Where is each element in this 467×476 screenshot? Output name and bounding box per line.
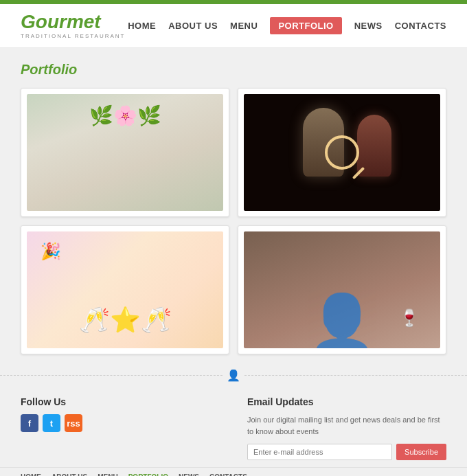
email-form: Subscribe: [247, 444, 446, 460]
portfolio-image-3: [27, 231, 223, 348]
portfolio-item-3[interactable]: [21, 225, 229, 354]
portfolio-item-1[interactable]: [21, 88, 229, 217]
nav-menu[interactable]: MENU: [230, 21, 258, 31]
nav-about[interactable]: ABOUT US: [168, 21, 218, 31]
footer-nav-news[interactable]: NEWS: [179, 473, 199, 476]
email-description: Join our digital mailing list and get ne…: [247, 414, 446, 437]
portfolio-grid: [21, 88, 446, 354]
follow-us-widget: Follow Us f t rss: [21, 396, 220, 460]
logo-text: Gourmet: [21, 12, 125, 32]
footer-nav: HOME ABOUT US MENU PORTFOLIO NEWS CONTAC…: [0, 467, 467, 476]
email-updates-widget: Email Updates Join our digital mailing l…: [247, 396, 446, 460]
divider-icon: 👤: [223, 369, 244, 382]
main-content: Portfolio: [0, 48, 467, 365]
facebook-icon[interactable]: f: [21, 414, 38, 432]
portfolio-item-2[interactable]: [238, 88, 446, 217]
logo-initial: G: [21, 11, 36, 32]
portfolio-image-2: [244, 94, 440, 211]
portfolio-image-1: [27, 94, 223, 211]
footer-nav-portfolio[interactable]: PORTFOLIO: [128, 473, 168, 476]
social-icons-group: f t rss: [21, 414, 220, 432]
footer-nav-about[interactable]: ABOUT US: [52, 473, 87, 476]
site-header: Gourmet TRADITIONAL RESTAURANT HOME ABOU…: [0, 4, 467, 48]
footer-widgets: Follow Us f t rss Email Updates Join our…: [0, 383, 467, 467]
footer-nav-menu[interactable]: MENU: [98, 473, 117, 476]
rss-icon[interactable]: rss: [65, 414, 82, 432]
twitter-icon[interactable]: t: [43, 414, 60, 432]
follow-us-title: Follow Us: [21, 396, 220, 407]
nav-news[interactable]: NEWS: [354, 21, 383, 31]
email-updates-title: Email Updates: [247, 396, 446, 407]
portfolio-item-4[interactable]: [238, 225, 446, 354]
subscribe-button[interactable]: Subscribe: [396, 444, 446, 460]
magnifier-icon: [325, 135, 359, 170]
page-title: Portfolio: [21, 62, 446, 78]
footer-nav-contacts[interactable]: CONTACTS: [209, 473, 247, 476]
nav-portfolio[interactable]: PORTFOLIO: [270, 17, 341, 34]
nav-home[interactable]: HOME: [128, 21, 156, 31]
footer-nav-home[interactable]: HOME: [21, 473, 41, 476]
portfolio-image-4: [244, 231, 440, 348]
logo-name-rest: ourmet: [36, 11, 101, 32]
logo-tagline: TRADITIONAL RESTAURANT: [21, 33, 125, 39]
email-input[interactable]: [247, 444, 392, 460]
section-divider: 👤: [0, 375, 467, 376]
logo: Gourmet TRADITIONAL RESTAURANT: [21, 12, 125, 39]
main-nav: HOME ABOUT US MENU PORTFOLIO NEWS CONTAC…: [128, 17, 446, 34]
nav-contacts[interactable]: CONTACTS: [395, 21, 446, 31]
